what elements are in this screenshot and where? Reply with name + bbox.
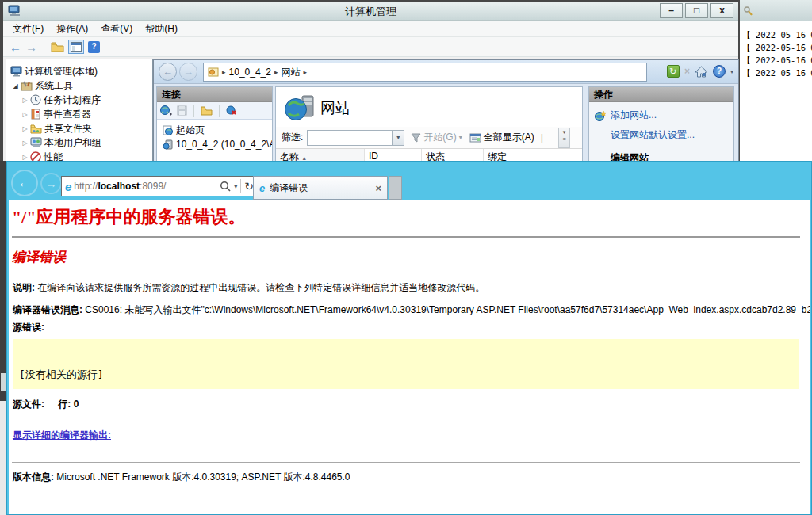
menu-view[interactable]: 查看(V) xyxy=(94,22,139,36)
back-arrow-icon[interactable]: ← xyxy=(10,41,21,53)
folder-icon[interactable] xyxy=(201,105,213,116)
menu-action[interactable]: 操作(A) xyxy=(50,22,94,36)
tree-collapsed-icon[interactable]: ▷ xyxy=(20,139,30,147)
menu-lines-icon: ≡ xyxy=(562,136,565,142)
log-window-titlebar[interactable] xyxy=(740,0,812,21)
connections-item-server[interactable]: 10_0_4_2 (10_0_4_2\Adm xyxy=(157,137,272,151)
cm-menubar: 文件(F) 操作(A) 查看(V) 帮助(H) xyxy=(3,21,738,37)
breadcrumb-node[interactable]: 网站 xyxy=(281,66,300,79)
compiler-error-line: 编译器错误消息: CS0016: 未能写入输出文件"c:\Windows\Mic… xyxy=(13,303,799,317)
browser-chrome: ← → e http://localhost:8099/ ▾ ↻ e 编译 xyxy=(7,162,811,200)
url-scheme: http:// xyxy=(74,181,98,192)
tree-root-computer-management[interactable]: 计算机管理(本地) xyxy=(6,64,152,78)
url-path: :8099/ xyxy=(140,181,166,192)
log-line: 【 2022-05-16 09 xyxy=(742,41,812,54)
browser-forward-button[interactable]: → xyxy=(40,173,62,194)
tree-group-system-tools[interactable]: ◢ 系统工具 xyxy=(6,78,152,93)
log-line: 【 2022-05-16 09 xyxy=(742,67,812,79)
save-icon[interactable] xyxy=(177,105,187,116)
add-website-link[interactable]: 添加网站... xyxy=(611,109,657,122)
chevron-down-icon[interactable]: ▾ xyxy=(234,183,237,190)
tree-collapsed-icon[interactable]: ▷ xyxy=(20,97,30,104)
connections-item-label: 10_0_4_2 (10_0_4_2\Adm xyxy=(176,139,272,150)
show-compiler-output-link[interactable]: 显示详细的编译器输出: xyxy=(13,429,111,442)
tree-item-label: 共享文件夹 xyxy=(42,122,92,135)
tree-item-shared-folders[interactable]: ▷ 共享文件夹 xyxy=(6,121,152,135)
new-tab-button[interactable] xyxy=(389,176,402,200)
address-bar[interactable]: e http://localhost:8099/ ▾ ↻ xyxy=(61,176,258,196)
iis-back-button[interactable]: ← xyxy=(159,63,177,81)
menu-file[interactable]: 文件(F) xyxy=(6,22,50,36)
filter-go-button[interactable]: 开始(G) xyxy=(423,131,456,144)
compiler-error-text: CS0016: 未能写入输出文件"c:\Windows\Microsoft.NE… xyxy=(85,304,810,315)
tree-collapsed-icon[interactable]: ▷ xyxy=(20,125,30,132)
desktop: 【 2022-05-16 09 【 2022-05-16 09 【 2022-0… xyxy=(0,0,812,515)
source-file-label: 源文件: xyxy=(13,399,44,410)
cm-titlebar[interactable]: 计算机管理 – □ x xyxy=(3,2,738,21)
help-icon[interactable]: ? xyxy=(713,65,726,78)
version-info-text: Microsoft .NET Framework 版本:4.0.30319; A… xyxy=(56,471,350,483)
chevron-down-icon[interactable]: ▾ xyxy=(459,134,462,141)
address-bar-divider xyxy=(240,179,241,193)
stop-icon[interactable]: × xyxy=(684,66,690,77)
iis-forward-button[interactable]: → xyxy=(179,63,197,81)
connect-globe-icon[interactable] xyxy=(160,105,173,116)
compiler-error-label: 编译器错误消息: xyxy=(13,304,82,315)
system-tools-icon xyxy=(21,80,33,91)
line-number-label: 行: 0 xyxy=(58,399,79,410)
breadcrumb-separator-icon: ▸ xyxy=(274,68,278,76)
connections-toolbar xyxy=(157,102,272,120)
minimize-button[interactable]: – xyxy=(660,3,683,18)
maximize-button[interactable]: □ xyxy=(685,3,708,18)
iis-breadcrumb-bar: ← → ▸ 10_0_4_2 ▸ 网站 ▸ ↻ × ? ▾ xyxy=(154,60,738,84)
help-icon[interactable]: ? xyxy=(88,41,100,53)
description-label: 说明: xyxy=(13,282,35,293)
scrollbar-thumb[interactable] xyxy=(1,373,6,391)
console-window-icon xyxy=(71,42,82,52)
close-button[interactable]: x xyxy=(710,3,733,18)
connections-item-start-page[interactable]: 起始页 xyxy=(157,123,272,137)
console-tree-toggle[interactable] xyxy=(68,40,84,54)
filter-input[interactable] xyxy=(307,130,393,146)
tree-item-label: 本地用户和组 xyxy=(42,136,102,150)
tree-expanded-icon[interactable]: ◢ xyxy=(10,82,21,90)
key-icon xyxy=(744,6,754,17)
connections-header: 连接 xyxy=(157,87,272,102)
tree-collapsed-icon[interactable]: ▷ xyxy=(20,154,30,161)
forward-arrow-icon[interactable]: → xyxy=(25,41,37,53)
panel-title: 网站 xyxy=(320,98,350,119)
toolbar-overflow-button[interactable]: ▾ ≡ xyxy=(558,128,570,148)
iis-breadcrumb[interactable]: ▸ 10_0_4_2 ▸ 网站 ▸ xyxy=(203,63,647,82)
menu-help[interactable]: 帮助(H) xyxy=(139,22,184,36)
refresh-icon[interactable]: ↻ xyxy=(667,65,680,78)
breadcrumb-server[interactable]: 10_0_4_2 xyxy=(229,67,271,78)
tree-collapsed-icon[interactable]: ▷ xyxy=(20,111,30,118)
tree-item-local-users-groups[interactable]: ▷ 本地用户和组 xyxy=(6,135,152,150)
tab-title: 编译错误 xyxy=(270,181,308,195)
window-title: 计算机管理 xyxy=(3,5,738,19)
set-website-defaults-link[interactable]: 设置网站默认设置... xyxy=(611,128,695,142)
clock-icon xyxy=(30,94,41,105)
actions-header: 操作 xyxy=(589,87,733,102)
source-error-label: 源错误: xyxy=(13,322,44,333)
window-edge xyxy=(0,161,6,401)
chevron-down-icon[interactable]: ▾ xyxy=(730,68,733,75)
home-icon[interactable] xyxy=(695,66,708,78)
funnel-icon xyxy=(411,133,421,143)
divider xyxy=(12,236,800,238)
tree-item-event-viewer[interactable]: ▷ 事件查看器 xyxy=(6,107,152,121)
disconnect-icon[interactable] xyxy=(226,105,237,116)
tab-close-icon[interactable]: × xyxy=(375,182,381,194)
browser-tab[interactable]: e 编译错误 × xyxy=(253,176,388,200)
filter-toolbar: 筛选: ▾ 开始(G) ▾ 全部显示(A) | xyxy=(276,127,582,148)
folder-icon[interactable] xyxy=(51,41,64,52)
computer-icon xyxy=(10,66,22,77)
search-icon[interactable] xyxy=(220,181,231,192)
browser-back-button[interactable]: ← xyxy=(11,170,38,196)
show-all-button[interactable]: 全部显示(A) xyxy=(484,131,534,144)
tree-root-label: 计算机管理(本地) xyxy=(22,65,98,78)
url-host: localhost xyxy=(98,181,140,192)
error-page: "/"应用程序中的服务器错误。 编译错误 说明: 在编译向该请求提供服务所需资源… xyxy=(9,200,810,514)
tree-item-task-scheduler[interactable]: ▷ 任务计划程序 xyxy=(6,93,152,107)
filter-dropdown-button[interactable]: ▾ xyxy=(393,130,404,146)
